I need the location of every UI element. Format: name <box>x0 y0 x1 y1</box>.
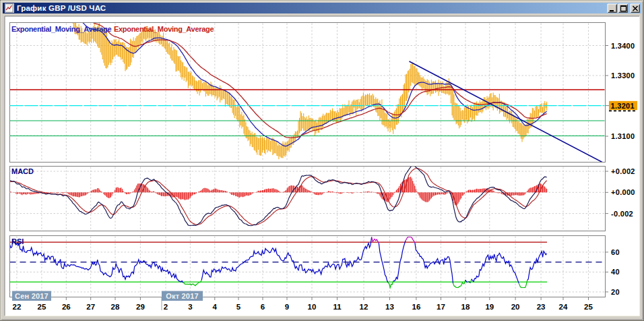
svg-text:9: 9 <box>285 303 289 311</box>
svg-text:22: 22 <box>13 303 22 311</box>
svg-text:Exponential_Moving_Average: Exponential_Moving_Average <box>114 25 214 33</box>
svg-text:16: 16 <box>412 303 421 311</box>
svg-text:20: 20 <box>611 288 620 296</box>
svg-text:13: 13 <box>385 303 394 311</box>
svg-text:28: 28 <box>111 303 120 311</box>
svg-text:+0.002: +0.002 <box>611 167 635 175</box>
svg-text:5: 5 <box>236 303 241 311</box>
svg-text:25: 25 <box>38 303 46 311</box>
svg-text:17: 17 <box>437 303 445 311</box>
svg-text:18: 18 <box>461 303 470 311</box>
svg-text:19: 19 <box>485 303 494 311</box>
svg-text:RSI: RSI <box>11 237 24 245</box>
svg-text:11: 11 <box>333 303 342 311</box>
svg-text:+0.000: +0.000 <box>611 188 635 196</box>
svg-text:1.3400: 1.3400 <box>611 42 635 50</box>
svg-text:12: 12 <box>360 303 368 311</box>
svg-text:-0.002: -0.002 <box>611 210 633 218</box>
svg-text:27: 27 <box>86 303 95 311</box>
svg-text:График GBP /USD ЧАС: График GBP /USD ЧАС <box>17 4 106 12</box>
svg-text:2: 2 <box>164 303 168 311</box>
svg-text:26: 26 <box>62 303 71 311</box>
svg-text:6: 6 <box>261 303 265 311</box>
svg-text:60: 60 <box>611 248 620 256</box>
svg-text:29: 29 <box>136 303 145 311</box>
svg-text:23: 23 <box>537 303 546 311</box>
svg-text:Окт 2017: Окт 2017 <box>166 292 199 300</box>
svg-text:Сен 2017: Сен 2017 <box>15 292 49 300</box>
svg-text:1.3300: 1.3300 <box>611 71 635 80</box>
svg-text:40: 40 <box>611 268 620 276</box>
svg-text:3: 3 <box>188 303 192 311</box>
svg-text:MACD: MACD <box>11 167 34 175</box>
svg-text:24: 24 <box>559 303 568 311</box>
svg-text:10: 10 <box>308 303 317 311</box>
svg-text:Exponential_Moving_Average: Exponential_Moving_Average <box>11 25 111 33</box>
svg-text:20: 20 <box>511 303 520 311</box>
svg-text:1.3100: 1.3100 <box>611 132 635 140</box>
svg-text:25: 25 <box>584 303 593 311</box>
svg-text:4: 4 <box>213 303 218 311</box>
svg-text:1.3201: 1.3201 <box>611 102 635 110</box>
